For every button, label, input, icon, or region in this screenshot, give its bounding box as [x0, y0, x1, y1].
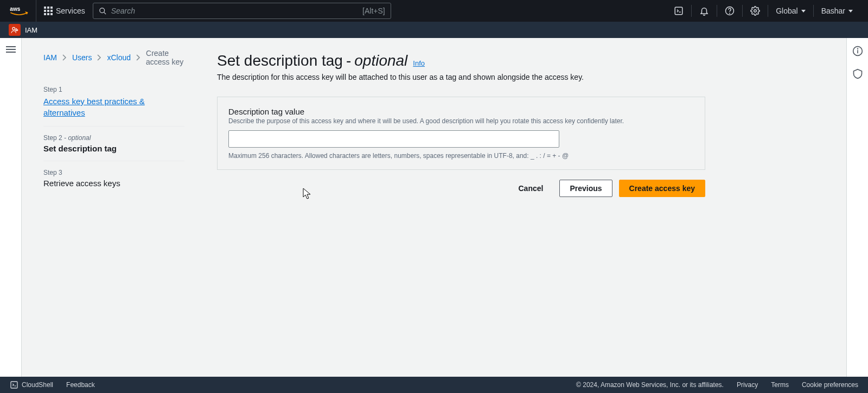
- settings-button[interactable]: [743, 0, 768, 22]
- service-name: IAM: [25, 26, 37, 34]
- wizard-step-2: Step 2 - optional Set description tag: [43, 126, 184, 161]
- search-icon: [99, 7, 107, 15]
- previous-button[interactable]: Previous: [559, 180, 612, 197]
- services-menu[interactable]: Services: [44, 7, 85, 15]
- region-label: Global: [776, 7, 797, 15]
- services-label: Services: [56, 7, 85, 15]
- service-bar: IAM: [0, 22, 868, 38]
- notifications-button[interactable]: [692, 0, 717, 22]
- shield-icon: [852, 68, 863, 79]
- svg-text:aws: aws: [10, 6, 20, 12]
- search-shortcut: [Alt+S]: [362, 7, 385, 15]
- svg-point-7: [754, 10, 757, 12]
- search-input[interactable]: Search [Alt+S]: [93, 3, 391, 19]
- security-panel-toggle[interactable]: [852, 68, 863, 79]
- wizard-actions: Cancel Previous Create access key: [217, 180, 705, 197]
- menu-icon: [6, 45, 16, 54]
- footer: CloudShell Feedback © 2024, Amazon Web S…: [0, 377, 868, 393]
- chevron-down-icon: [801, 10, 806, 12]
- info-panel-toggle[interactable]: [852, 46, 863, 56]
- terminal-icon: [674, 6, 684, 16]
- service-chip-iam[interactable]: IAM: [9, 24, 37, 36]
- page-title: Set description tag - optional Info: [217, 52, 705, 69]
- breadcrumb-iam[interactable]: IAM: [43, 53, 57, 62]
- terminal-icon: [10, 381, 18, 389]
- step-1-link[interactable]: Access key best practices & alternatives: [43, 96, 184, 118]
- help-icon: [725, 6, 735, 16]
- step-2-title: Set description tag: [43, 144, 184, 153]
- aws-logo[interactable]: aws: [10, 0, 36, 22]
- step-label: Step 3: [43, 169, 184, 176]
- feedback-link[interactable]: Feedback: [66, 381, 95, 389]
- breadcrumb-current: Create access key: [146, 49, 184, 66]
- svg-point-6: [730, 13, 730, 14]
- page-description: The description for this access key will…: [217, 73, 705, 81]
- help-button[interactable]: [717, 0, 742, 22]
- chevron-down-icon: [848, 10, 853, 12]
- chevron-right-icon: [97, 54, 101, 61]
- account-menu[interactable]: Bashar: [814, 0, 860, 22]
- field-help: Describe the purpose of this access key …: [228, 117, 694, 125]
- terms-link[interactable]: Terms: [771, 381, 789, 389]
- right-tools-rail: [846, 38, 868, 377]
- search-placeholder: Search: [111, 7, 135, 15]
- step-label: Step 2 - optional: [43, 134, 184, 142]
- cookie-preferences-link[interactable]: Cookie preferences: [802, 381, 858, 389]
- svg-point-8: [12, 27, 15, 30]
- step-label: Step 1: [43, 86, 184, 93]
- nav-toggle[interactable]: [0, 38, 22, 377]
- cloudshell-label: CloudShell: [22, 381, 53, 389]
- bell-icon: [699, 6, 709, 16]
- create-access-key-button[interactable]: Create access key: [619, 180, 705, 197]
- svg-point-1: [100, 8, 105, 12]
- top-nav: aws Services Search [Alt+S]: [0, 0, 868, 22]
- step-3-title: Retrieve access keys: [43, 179, 184, 188]
- breadcrumb-xcloud[interactable]: xCloud: [107, 53, 131, 62]
- privacy-link[interactable]: Privacy: [737, 381, 758, 389]
- services-grid-icon: [44, 7, 53, 15]
- svg-point-11: [857, 48, 858, 49]
- cloudshell-button[interactable]: CloudShell: [10, 381, 53, 389]
- wizard-step-1: Step 1 Access key best practices & alter…: [43, 78, 184, 126]
- field-hint: Maximum 256 characters. Allowed characte…: [228, 152, 694, 160]
- user-label: Bashar: [821, 7, 845, 15]
- wizard-step-3: Step 3 Retrieve access keys: [43, 161, 184, 195]
- iam-service-icon: [9, 24, 21, 36]
- svg-line-2: [104, 12, 106, 14]
- chevron-right-icon: [62, 54, 67, 61]
- description-tag-input[interactable]: [228, 130, 559, 148]
- region-selector[interactable]: Global: [768, 0, 813, 22]
- gear-icon: [750, 6, 760, 16]
- info-icon: [852, 46, 863, 56]
- cloudshell-icon-button[interactable]: [666, 0, 691, 22]
- copyright: © 2024, Amazon Web Services, Inc. or its…: [576, 381, 724, 389]
- description-tag-panel: Description tag value Describe the purpo…: [217, 97, 705, 170]
- cancel-button[interactable]: Cancel: [509, 180, 553, 197]
- field-label: Description tag value: [228, 107, 694, 116]
- info-link[interactable]: Info: [413, 59, 425, 67]
- breadcrumb-users[interactable]: Users: [72, 53, 92, 62]
- chevron-right-icon: [136, 54, 141, 61]
- breadcrumb: IAM Users xCloud Create access key: [43, 49, 184, 66]
